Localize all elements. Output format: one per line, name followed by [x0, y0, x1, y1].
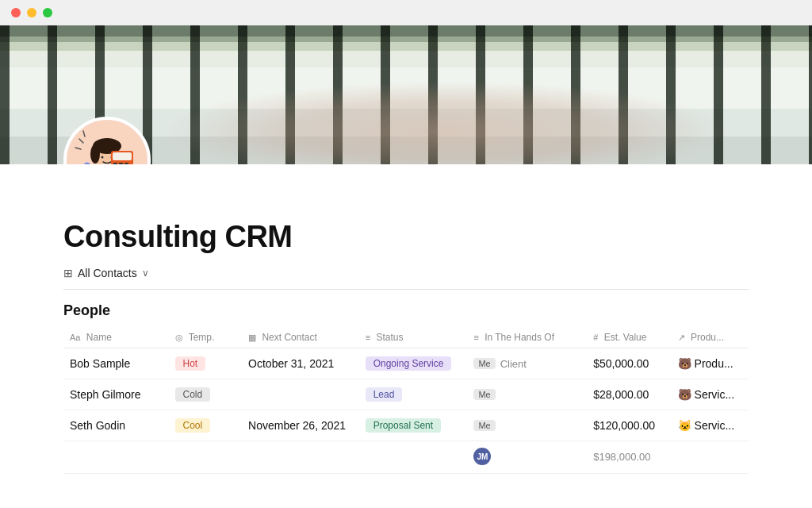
hero-banner: [0, 25, 812, 164]
cell-product: 🐻 Servic...: [672, 379, 749, 410]
client-label: Client: [500, 358, 527, 370]
jm-avatar: JM: [473, 448, 491, 465]
hands-col-icon: ≡: [473, 333, 478, 342]
cell-status: Ongoing Service: [359, 348, 468, 379]
table-header-row: Aa Name ◎ Temp. ▦ Next Contact ≡: [63, 327, 749, 348]
main-content: Consulting CRM ⊞ All Contacts ∨ People A…: [0, 25, 812, 508]
col-header-name[interactable]: Aa Name: [63, 327, 169, 348]
cell-next-contact: November 26, 2021: [242, 410, 359, 441]
cell-value: $120,000.00: [587, 410, 672, 441]
cell-status: Lead: [359, 379, 468, 410]
contacts-table: Aa Name ◎ Temp. ▦ Next Contact ≡: [63, 327, 749, 474]
me-badge: Me: [473, 420, 495, 431]
cell-name: Bob Sample: [63, 348, 169, 379]
cell-temp: Cool: [169, 410, 243, 441]
product-col-icon: ↗: [678, 333, 685, 342]
cell-name: Seth Godin: [63, 410, 169, 441]
name-col-icon: Aa: [70, 333, 80, 342]
col-header-next[interactable]: ▦ Next Contact: [242, 327, 359, 348]
page-content: Consulting CRM ⊞ All Contacts ∨ People A…: [0, 220, 812, 474]
view-bar: ⊞ All Contacts ∨: [63, 267, 749, 290]
temp-badge: Hot: [175, 356, 206, 371]
section-title: People: [63, 302, 749, 319]
view-icon: ⊞: [63, 267, 73, 279]
cell-product: 🐻 Produ...: [672, 348, 749, 379]
cell-temp: Cold: [169, 379, 243, 410]
col-header-temp[interactable]: ◎ Temp.: [169, 327, 243, 348]
view-label[interactable]: All Contacts: [78, 267, 137, 279]
cell-product: 🐱 Servic...: [672, 410, 749, 441]
status-badge: Ongoing Service: [366, 356, 452, 371]
col-header-product[interactable]: ↗ Produ...: [672, 327, 749, 348]
temp-col-icon: ◎: [175, 333, 183, 342]
cell-hands: Me: [467, 410, 587, 441]
table-footer-row: JM $198,000.00: [63, 441, 749, 474]
svg-rect-11: [113, 163, 117, 165]
me-badge: Me: [473, 358, 495, 369]
cell-name: Steph Gilmore: [63, 379, 169, 410]
next-col-icon: ▦: [248, 333, 256, 342]
svg-rect-10: [113, 152, 132, 160]
value-col-icon: #: [593, 333, 598, 342]
footer-product-spacer: [672, 441, 749, 474]
minimize-button[interactable]: [27, 8, 36, 17]
cell-status: Proposal Sent: [359, 410, 468, 441]
footer-spacer: [63, 441, 467, 474]
close-button[interactable]: [11, 8, 21, 17]
cell-value: $28,000.00: [587, 379, 672, 410]
chevron-down-icon[interactable]: ∨: [142, 267, 149, 279]
status-badge: Proposal Sent: [366, 418, 441, 433]
titlebar: [0, 0, 812, 25]
svg-point-5: [102, 156, 104, 158]
table-row[interactable]: Seth Godin Cool November 26, 2021 Propos…: [63, 410, 749, 441]
temp-badge: Cool: [175, 418, 211, 433]
table-row[interactable]: Steph Gilmore Cold Lead Me: [63, 379, 749, 410]
status-badge: Lead: [366, 387, 403, 402]
cell-hands: Me Client: [467, 348, 587, 379]
svg-rect-12: [119, 163, 123, 165]
svg-rect-13: [124, 163, 128, 165]
footer-total-value: $198,000.00: [587, 441, 672, 474]
me-badge: Me: [473, 389, 495, 400]
cell-hands: Me: [467, 379, 587, 410]
status-col-icon: ≡: [366, 333, 370, 342]
footer-avatar-cell: JM: [467, 441, 587, 474]
temp-badge: Cold: [175, 387, 211, 402]
cell-value: $50,000.00: [587, 348, 672, 379]
maximize-button[interactable]: [43, 8, 52, 17]
col-header-hands[interactable]: ≡ In The Hands Of: [467, 327, 587, 348]
svg-point-4: [90, 144, 100, 164]
col-header-status[interactable]: ≡ Status: [359, 327, 468, 348]
cell-next-contact: [242, 379, 359, 410]
col-header-value[interactable]: # Est. Value: [587, 327, 672, 348]
cell-temp: Hot: [169, 348, 243, 379]
table-row[interactable]: Bob Sample Hot October 31, 2021 Ongoing …: [63, 348, 749, 379]
page-title: Consulting CRM: [63, 220, 749, 254]
cell-next-contact: October 31, 2021: [242, 348, 359, 379]
